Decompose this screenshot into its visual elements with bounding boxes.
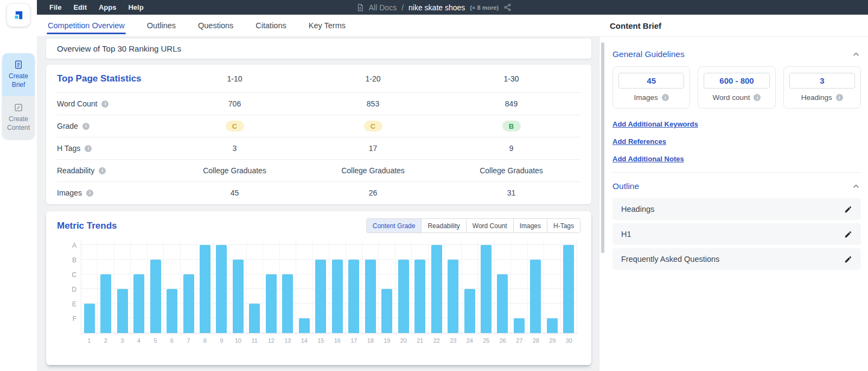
bar-slot-20[interactable] — [395, 240, 412, 333]
x-tick-10: 10 — [230, 337, 247, 344]
info-icon[interactable]: i — [85, 145, 92, 152]
guideline-value-images[interactable]: 45 — [618, 73, 684, 89]
tab-citations[interactable]: Citations — [254, 15, 287, 36]
bar-slot-18[interactable] — [362, 240, 379, 333]
bar-slot-8[interactable] — [197, 240, 213, 333]
collapse-guidelines-chevron-up-icon[interactable] — [851, 49, 861, 59]
stats-row-images: Imagesi452631 — [57, 181, 580, 204]
bar-slot-15[interactable] — [313, 240, 329, 333]
stats-title: Top Page Statistics — [57, 73, 142, 84]
stats-row-h-tags: H Tagsi3179 — [57, 137, 580, 159]
segment-word-count[interactable]: Word Count — [466, 219, 513, 232]
bar-slot-19[interactable] — [379, 240, 395, 333]
segment-readability[interactable]: Readability — [421, 219, 465, 232]
edit-pencil-icon[interactable] — [844, 230, 852, 238]
bar-slot-12[interactable] — [263, 240, 279, 333]
bar-slot-5[interactable] — [148, 240, 164, 333]
grade-bar-5 — [150, 260, 161, 333]
info-icon[interactable]: i — [662, 94, 669, 101]
tab-key-terms[interactable]: Key Terms — [308, 15, 347, 36]
bar-slot-28[interactable] — [528, 240, 544, 333]
info-icon[interactable]: i — [101, 100, 108, 108]
stats-value-cell: 849 — [442, 99, 580, 108]
bar-slot-21[interactable] — [412, 240, 428, 333]
guideline-label-word-count: Word counti — [704, 93, 769, 102]
grade-bar-29 — [547, 318, 558, 333]
tab-competition-overview[interactable]: Competition Overview — [47, 15, 126, 36]
guideline-card-word-count: 600 - 800Word counti — [698, 66, 775, 109]
share-icon[interactable] — [503, 3, 512, 11]
bar-slot-27[interactable] — [511, 240, 527, 333]
stats-value-cell: C — [165, 121, 304, 131]
segment-h-tags[interactable]: H-Tags — [547, 219, 580, 232]
frase-logo[interactable] — [7, 4, 30, 27]
outline-title: Outline — [612, 181, 639, 191]
bar-slot-2[interactable] — [98, 240, 114, 333]
bar-slot-7[interactable] — [181, 240, 197, 333]
create-brief-label: Create Brief — [9, 72, 28, 89]
bar-slot-24[interactable] — [462, 240, 478, 333]
menu-item-apps[interactable]: Apps — [93, 0, 123, 15]
menu-item-edit[interactable]: Edit — [67, 0, 93, 15]
bar-slot-23[interactable] — [445, 240, 461, 333]
segment-images[interactable]: Images — [513, 219, 547, 232]
menu-item-help[interactable]: Help — [122, 0, 149, 15]
x-tick-15: 15 — [312, 337, 329, 344]
tab-questions[interactable]: Questions — [197, 15, 234, 36]
grade-bar-18 — [365, 260, 376, 333]
y-tick-B: B — [72, 256, 76, 264]
document-icon — [356, 4, 364, 11]
scrollbar-thumb[interactable] — [601, 42, 604, 253]
info-icon[interactable]: i — [754, 94, 761, 101]
outline-row-h1[interactable]: H1 — [612, 223, 861, 245]
link-add-additional-notes[interactable]: Add Additional Notes — [612, 155, 861, 163]
x-tick-14: 14 — [296, 337, 313, 344]
link-add-additional-keywords[interactable]: Add Additional Keywords — [612, 120, 861, 128]
guideline-cards: 45Imagesi600 - 800Word counti3Headingsi — [612, 66, 861, 109]
bar-slot-26[interactable] — [495, 240, 511, 333]
collapse-outline-chevron-up-icon[interactable] — [851, 181, 861, 191]
bar-slot-13[interactable] — [280, 240, 296, 333]
bar-slot-14[interactable] — [296, 240, 312, 333]
bar-slot-4[interactable] — [131, 240, 147, 333]
bar-slot-6[interactable] — [164, 240, 180, 333]
outline-row-frequently-asked-questions[interactable]: Frequently Asked Questions — [612, 248, 861, 270]
x-tick-5: 5 — [147, 337, 164, 344]
edit-pencil-icon[interactable] — [844, 205, 852, 213]
bar-slot-30[interactable] — [561, 240, 577, 333]
bar-slot-17[interactable] — [346, 240, 362, 333]
link-add-references[interactable]: Add References — [612, 137, 861, 146]
bar-slot-16[interactable] — [329, 240, 346, 333]
grade-bar-19 — [381, 289, 392, 333]
bar-slot-22[interactable] — [429, 240, 445, 333]
info-icon[interactable]: i — [836, 94, 843, 101]
bar-slot-25[interactable] — [478, 240, 494, 333]
breadcrumb-all-docs[interactable]: All Docs — [369, 3, 397, 12]
bar-slot-29[interactable] — [544, 240, 560, 333]
guideline-value-word-count[interactable]: 600 - 800 — [704, 73, 769, 89]
segment-content-grade[interactable]: Content Grade — [367, 219, 422, 232]
tab-outlines[interactable]: Outlines — [146, 15, 177, 36]
grade-bar-2 — [100, 274, 111, 333]
bar-slot-1[interactable] — [81, 240, 98, 333]
stats-value-cell: 45 — [165, 188, 304, 197]
x-tick-24: 24 — [462, 337, 478, 344]
info-icon[interactable]: i — [82, 123, 90, 130]
guideline-value-headings[interactable]: 3 — [789, 73, 855, 89]
info-icon[interactable]: i — [99, 167, 106, 174]
outline-row-headings[interactable]: Headings — [612, 198, 861, 220]
bar-slot-3[interactable] — [114, 240, 131, 333]
create-content-button[interactable]: Create Content — [2, 96, 35, 139]
bar-slot-9[interactable] — [214, 240, 230, 333]
x-tick-13: 13 — [279, 337, 296, 344]
bar-slot-11[interactable] — [247, 240, 263, 333]
bar-slot-10[interactable] — [230, 240, 246, 333]
menu-item-file[interactable]: File — [43, 0, 67, 15]
rail-actions: Create Brief Create Content — [2, 53, 35, 139]
edit-pencil-icon[interactable] — [844, 255, 852, 263]
grade-bar-17 — [348, 260, 359, 333]
create-brief-button[interactable]: Create Brief — [2, 53, 35, 96]
grade-bar-27 — [514, 318, 525, 333]
info-icon[interactable]: i — [86, 190, 93, 197]
breadcrumb-more-count[interactable]: (+ 8 more) — [470, 4, 499, 11]
